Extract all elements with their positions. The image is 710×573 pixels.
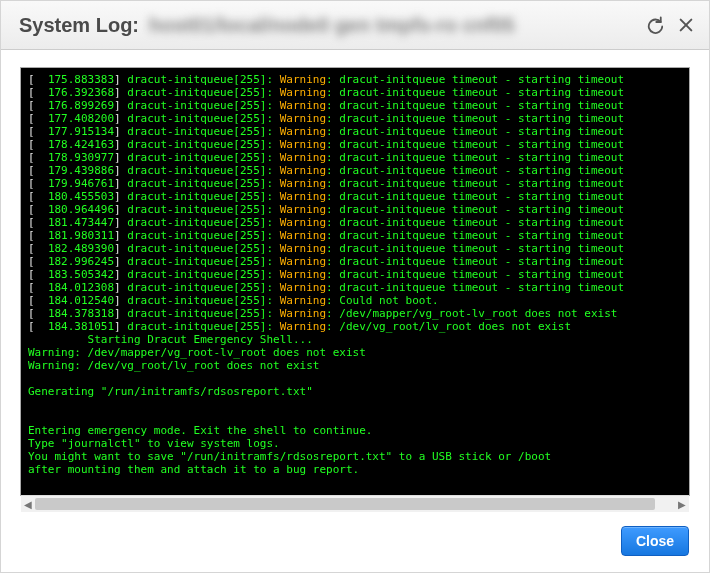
titlebar: System Log: host01/local/node0 gen tmpfs… xyxy=(1,1,709,50)
close-button[interactable]: Close xyxy=(621,526,689,556)
close-icon[interactable] xyxy=(675,14,697,36)
scroll-left-icon[interactable]: ◀ xyxy=(21,496,35,512)
scroll-right-icon[interactable]: ▶ xyxy=(675,496,689,512)
dialog-body: [ 175.883383] dracut-initqueue[255]: War… xyxy=(1,50,709,495)
dialog-title-detail: host01/local/node0 gen tmpfs-ro cnf05 xyxy=(149,14,643,37)
terminal-output[interactable]: [ 175.883383] dracut-initqueue[255]: War… xyxy=(22,69,688,494)
titlebar-actions xyxy=(643,14,697,36)
refresh-icon[interactable] xyxy=(643,14,665,36)
dialog-footer: Close xyxy=(1,512,709,572)
system-log-dialog: System Log: host01/local/node0 gen tmpfs… xyxy=(0,0,710,573)
terminal-text: [ 175.883383] dracut-initqueue[255]: War… xyxy=(22,69,688,494)
dialog-title: System Log: xyxy=(19,14,139,37)
terminal-wrapper: [ 175.883383] dracut-initqueue[255]: War… xyxy=(21,68,689,495)
scroll-thumb[interactable] xyxy=(35,498,655,510)
horizontal-scrollbar[interactable]: ◀ ▶ xyxy=(21,495,689,512)
